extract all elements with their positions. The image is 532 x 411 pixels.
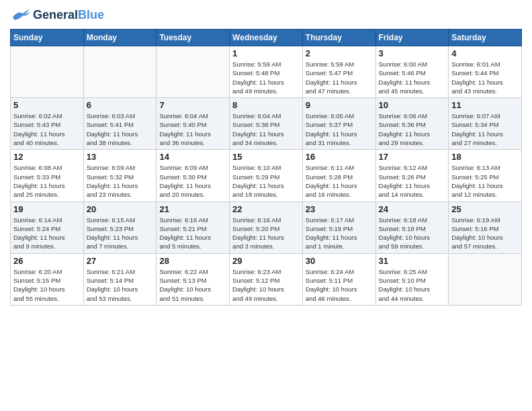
day-number: 29 (232, 256, 300, 266)
day-info: Sunrise: 6:22 AM Sunset: 5:13 PM Dayligh… (159, 267, 226, 303)
day-info: Sunrise: 6:06 AM Sunset: 5:36 PM Dayligh… (379, 111, 446, 147)
day-info: Sunrise: 5:59 AM Sunset: 5:47 PM Dayligh… (306, 60, 373, 95)
day-number: 16 (306, 152, 373, 162)
day-number: 31 (379, 256, 446, 266)
calendar-header-row: SundayMondayTuesdayWednesdayThursdayFrid… (11, 30, 522, 46)
calendar-cell: 20Sunrise: 6:15 AM Sunset: 5:23 PM Dayli… (83, 201, 157, 253)
calendar-cell: 3Sunrise: 6:00 AM Sunset: 5:46 PM Daylig… (375, 46, 449, 98)
day-number: 28 (159, 256, 226, 266)
calendar-cell: 16Sunrise: 6:11 AM Sunset: 5:28 PM Dayli… (302, 150, 375, 201)
calendar-cell: 28Sunrise: 6:22 AM Sunset: 5:13 PM Dayli… (157, 253, 230, 305)
day-number: 3 (379, 48, 446, 58)
day-info: Sunrise: 6:19 AM Sunset: 5:16 PM Dayligh… (451, 216, 519, 251)
weekday-header-sunday: Sunday (11, 30, 84, 46)
calendar-cell: 19Sunrise: 6:14 AM Sunset: 5:24 PM Dayli… (11, 201, 84, 253)
weekday-header-monday: Monday (83, 30, 157, 46)
weekday-header-thursday: Thursday (302, 30, 375, 46)
day-info: Sunrise: 6:18 AM Sunset: 5:18 PM Dayligh… (379, 216, 446, 251)
day-info: Sunrise: 6:16 AM Sunset: 5:21 PM Dayligh… (159, 216, 226, 251)
day-number: 25 (451, 204, 519, 214)
day-number: 9 (306, 100, 373, 110)
logo-blue: Blue (78, 8, 104, 21)
day-number: 23 (306, 204, 373, 214)
calendar-cell (449, 253, 522, 305)
day-info: Sunrise: 6:09 AM Sunset: 5:30 PM Dayligh… (159, 163, 226, 199)
calendar-cell: 1Sunrise: 5:59 AM Sunset: 5:48 PM Daylig… (230, 46, 303, 98)
calendar-cell: 30Sunrise: 6:24 AM Sunset: 5:11 PM Dayli… (302, 253, 375, 305)
day-number: 15 (232, 152, 300, 162)
calendar-cell (11, 46, 84, 98)
day-number: 19 (13, 204, 81, 214)
logo: GeneralBlue (10, 7, 104, 24)
calendar-cell: 2Sunrise: 5:59 AM Sunset: 5:47 PM Daylig… (302, 46, 375, 98)
logo-bird-icon (10, 7, 30, 24)
calendar-cell: 25Sunrise: 6:19 AM Sunset: 5:16 PM Dayli… (449, 201, 522, 253)
day-number: 18 (451, 152, 519, 162)
calendar-week-3: 12Sunrise: 6:08 AM Sunset: 5:33 PM Dayli… (11, 150, 522, 201)
calendar-cell: 17Sunrise: 6:12 AM Sunset: 5:26 PM Dayli… (375, 150, 449, 201)
calendar-cell: 8Sunrise: 6:04 AM Sunset: 5:38 PM Daylig… (230, 98, 303, 150)
day-number: 21 (159, 204, 226, 214)
day-number: 7 (159, 100, 226, 110)
day-info: Sunrise: 6:15 AM Sunset: 5:23 PM Dayligh… (87, 216, 154, 251)
day-number: 20 (87, 204, 154, 214)
day-info: Sunrise: 6:00 AM Sunset: 5:46 PM Dayligh… (379, 60, 446, 95)
day-number: 12 (13, 152, 81, 162)
day-info: Sunrise: 6:17 AM Sunset: 5:19 PM Dayligh… (306, 216, 373, 251)
calendar-cell: 7Sunrise: 6:04 AM Sunset: 5:40 PM Daylig… (157, 98, 230, 150)
calendar-table: SundayMondayTuesdayWednesdayThursdayFrid… (10, 29, 522, 306)
calendar-cell: 29Sunrise: 6:23 AM Sunset: 5:12 PM Dayli… (230, 253, 303, 305)
calendar-cell: 27Sunrise: 6:21 AM Sunset: 5:14 PM Dayli… (83, 253, 157, 305)
weekday-header-friday: Friday (375, 30, 449, 46)
day-number: 2 (306, 48, 373, 58)
calendar-cell: 26Sunrise: 6:20 AM Sunset: 5:15 PM Dayli… (11, 253, 84, 305)
day-info: Sunrise: 6:16 AM Sunset: 5:20 PM Dayligh… (232, 216, 300, 251)
calendar-cell: 6Sunrise: 6:03 AM Sunset: 5:41 PM Daylig… (83, 98, 157, 150)
day-info: Sunrise: 6:02 AM Sunset: 5:43 PM Dayligh… (13, 111, 81, 147)
day-info: Sunrise: 6:14 AM Sunset: 5:24 PM Dayligh… (13, 216, 81, 251)
calendar-week-1: 1Sunrise: 5:59 AM Sunset: 5:48 PM Daylig… (11, 46, 522, 98)
day-info: Sunrise: 6:20 AM Sunset: 5:15 PM Dayligh… (13, 267, 81, 303)
day-info: Sunrise: 6:04 AM Sunset: 5:40 PM Dayligh… (159, 111, 226, 147)
day-number: 26 (13, 256, 81, 266)
day-info: Sunrise: 5:59 AM Sunset: 5:48 PM Dayligh… (232, 60, 300, 95)
day-info: Sunrise: 6:23 AM Sunset: 5:12 PM Dayligh… (232, 267, 300, 303)
day-number: 6 (87, 100, 154, 110)
day-number: 24 (379, 204, 446, 214)
day-info: Sunrise: 6:04 AM Sunset: 5:38 PM Dayligh… (232, 111, 300, 147)
day-info: Sunrise: 6:24 AM Sunset: 5:11 PM Dayligh… (306, 267, 373, 303)
day-info: Sunrise: 6:08 AM Sunset: 5:33 PM Dayligh… (13, 163, 81, 199)
day-info: Sunrise: 6:05 AM Sunset: 5:37 PM Dayligh… (306, 111, 373, 147)
day-number: 1 (232, 48, 300, 58)
day-info: Sunrise: 6:07 AM Sunset: 5:34 PM Dayligh… (451, 111, 519, 147)
calendar-cell: 4Sunrise: 6:01 AM Sunset: 5:44 PM Daylig… (449, 46, 522, 98)
weekday-header-wednesday: Wednesday (230, 30, 303, 46)
calendar-cell: 22Sunrise: 6:16 AM Sunset: 5:20 PM Dayli… (230, 201, 303, 253)
weekday-header-tuesday: Tuesday (157, 30, 230, 46)
calendar-cell: 5Sunrise: 6:02 AM Sunset: 5:43 PM Daylig… (11, 98, 84, 150)
calendar-cell: 14Sunrise: 6:09 AM Sunset: 5:30 PM Dayli… (157, 150, 230, 201)
day-info: Sunrise: 6:10 AM Sunset: 5:29 PM Dayligh… (232, 163, 300, 199)
weekday-header-saturday: Saturday (449, 30, 522, 46)
day-info: Sunrise: 6:09 AM Sunset: 5:32 PM Dayligh… (87, 163, 154, 199)
calendar-cell (83, 46, 157, 98)
calendar-cell: 9Sunrise: 6:05 AM Sunset: 5:37 PM Daylig… (302, 98, 375, 150)
day-number: 10 (379, 100, 446, 110)
calendar-cell: 23Sunrise: 6:17 AM Sunset: 5:19 PM Dayli… (302, 201, 375, 253)
calendar-week-2: 5Sunrise: 6:02 AM Sunset: 5:43 PM Daylig… (11, 98, 522, 150)
day-number: 5 (13, 100, 81, 110)
day-info: Sunrise: 6:12 AM Sunset: 5:26 PM Dayligh… (379, 163, 446, 199)
page-container: GeneralBlue SundayMondayTuesdayWednesday… (0, 0, 532, 309)
day-number: 11 (451, 100, 519, 110)
day-info: Sunrise: 6:03 AM Sunset: 5:41 PM Dayligh… (87, 111, 154, 147)
day-number: 8 (232, 100, 300, 110)
calendar-cell: 13Sunrise: 6:09 AM Sunset: 5:32 PM Dayli… (83, 150, 157, 201)
day-number: 30 (306, 256, 373, 266)
day-info: Sunrise: 6:01 AM Sunset: 5:44 PM Dayligh… (451, 60, 519, 95)
calendar-cell: 18Sunrise: 6:13 AM Sunset: 5:25 PM Dayli… (449, 150, 522, 201)
day-number: 27 (87, 256, 154, 266)
day-number: 13 (87, 152, 154, 162)
day-info: Sunrise: 6:11 AM Sunset: 5:28 PM Dayligh… (306, 163, 373, 199)
calendar-cell: 11Sunrise: 6:07 AM Sunset: 5:34 PM Dayli… (449, 98, 522, 150)
calendar-cell: 15Sunrise: 6:10 AM Sunset: 5:29 PM Dayli… (230, 150, 303, 201)
